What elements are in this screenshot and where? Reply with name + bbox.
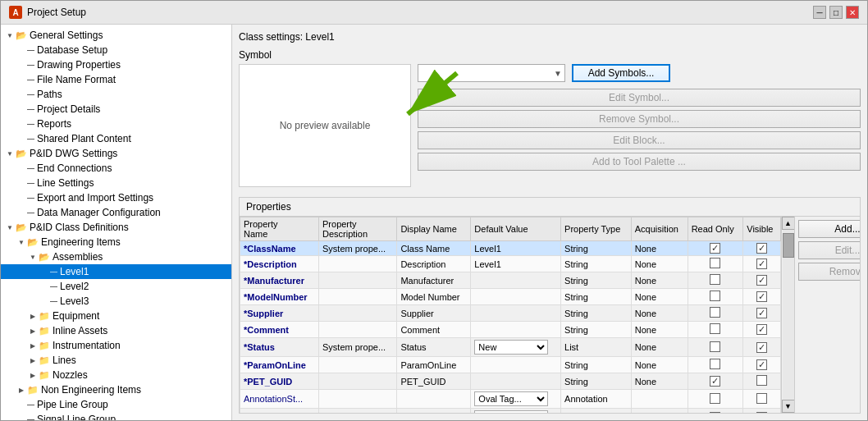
remove-symbol-button[interactable]: Remove Symbol...	[418, 110, 861, 128]
tree-item-equipment[interactable]: ▶📁Equipment	[1, 309, 231, 323]
tree-item-instrumentation[interactable]: ▶📁Instrumentation	[1, 338, 231, 353]
table-row[interactable]: *DescriptionDescriptionLevel1StringNone	[240, 256, 781, 272]
read-only-checkbox[interactable]	[710, 341, 720, 352]
cell-visible[interactable]	[743, 390, 781, 409]
tree-item-pid-class-definitions[interactable]: ▼📂P&ID Class Definitions	[1, 220, 231, 235]
edit-block-button[interactable]: Edit Block...	[418, 131, 861, 149]
read-only-checkbox[interactable]	[710, 393, 720, 404]
table-row[interactable]: *PET_GUIDPET_GUIDStringNone	[240, 373, 781, 390]
table-row[interactable]: *ManufacturerManufacturerStringNone	[240, 272, 781, 289]
table-row[interactable]: *ModelNumberModel NumberStringNone	[240, 289, 781, 305]
scroll-down-button[interactable]: ▼	[782, 400, 795, 413]
visible-checkbox[interactable]	[756, 412, 767, 414]
visible-checkbox[interactable]	[756, 324, 767, 335]
default-value-select[interactable]: True	[474, 410, 548, 413]
read-only-checkbox[interactable]	[710, 243, 720, 254]
tree-item-shared-plant-content[interactable]: —Shared Plant Content	[1, 131, 231, 146]
tree-item-project-details[interactable]: —Project Details	[1, 102, 231, 117]
cell-read-only[interactable]	[688, 322, 743, 338]
add-symbols-button[interactable]: Add Symbols...	[572, 64, 670, 82]
tree-item-engineering-items[interactable]: ▼📂Engineering Items	[1, 235, 231, 249]
tree-item-pipe-line-group[interactable]: —Pipe Line Group	[1, 397, 231, 412]
read-only-checkbox[interactable]	[710, 274, 720, 285]
read-only-checkbox[interactable]	[710, 323, 720, 334]
cell-read-only[interactable]	[688, 373, 743, 390]
read-only-checkbox[interactable]	[710, 291, 720, 301]
table-row[interactable]: AnnotationSt...Oval Tag...Annotation	[240, 390, 781, 409]
minimize-button[interactable]: ─	[813, 6, 826, 19]
cell-read-only[interactable]	[688, 241, 743, 256]
cell-read-only[interactable]	[688, 409, 743, 414]
visible-checkbox[interactable]	[756, 375, 767, 386]
default-value-select[interactable]: Oval Tag...	[474, 391, 548, 406]
table-row[interactable]: *CommentCommentStringNone	[240, 322, 781, 338]
cell-read-only[interactable]	[688, 338, 743, 357]
tree-item-pid-dwg-settings[interactable]: ▼📂P&ID DWG Settings	[1, 146, 231, 161]
read-only-checkbox[interactable]	[710, 258, 720, 268]
close-button[interactable]: ✕	[846, 6, 859, 19]
add-to-tool-palette-button[interactable]: Add to Tool Palette ...	[418, 153, 861, 171]
cell-visible[interactable]	[743, 322, 781, 338]
tree-item-inline-assets[interactable]: ▶📁Inline Assets	[1, 323, 231, 338]
visible-checkbox[interactable]	[756, 308, 767, 318]
tree-item-reports[interactable]: —Reports	[1, 117, 231, 131]
edit-property-button[interactable]: Edit...	[798, 241, 860, 259]
visible-checkbox[interactable]	[756, 359, 767, 370]
tree-item-assemblies[interactable]: ▼📂Assemblies	[1, 249, 231, 264]
scroll-thumb[interactable]	[783, 233, 794, 258]
visible-checkbox[interactable]	[756, 393, 767, 404]
visible-checkbox[interactable]	[756, 243, 767, 254]
table-row[interactable]: *ClassNameSystem prope...Class NameLevel…	[240, 241, 781, 256]
symbol-dropdown[interactable]	[418, 64, 565, 82]
tree-item-non-engineering-items[interactable]: ▶📁Non Engineering Items	[1, 382, 231, 397]
tree-item-paths[interactable]: —Paths	[1, 87, 231, 102]
read-only-checkbox[interactable]	[710, 376, 720, 387]
read-only-checkbox[interactable]	[710, 412, 720, 414]
cell-visible[interactable]	[743, 272, 781, 289]
read-only-checkbox[interactable]	[710, 359, 720, 369]
cell-default-value[interactable]: New	[471, 338, 561, 357]
cell-visible[interactable]	[743, 338, 781, 357]
tree-item-general-settings[interactable]: ▼📂General Settings	[1, 28, 231, 43]
tree-item-drawing-properties[interactable]: —Drawing Properties	[1, 57, 231, 72]
cell-visible[interactable]	[743, 289, 781, 305]
read-only-checkbox[interactable]	[710, 307, 720, 318]
scroll-track[interactable]	[783, 230, 794, 400]
cell-default-value[interactable]: Oval Tag...	[471, 390, 561, 409]
table-row[interactable]: *ParamOnLineParamOnLineStringNone	[240, 357, 781, 373]
add-property-button[interactable]: Add...	[798, 220, 860, 238]
tree-item-export-import-settings[interactable]: —Export and Import Settings	[1, 190, 231, 205]
table-row[interactable]: SubstitutionTrueBoolean	[240, 409, 781, 414]
cell-visible[interactable]	[743, 241, 781, 256]
tree-item-signal-line-group[interactable]: —Signal Line Group	[1, 412, 231, 420]
tree-item-lines[interactable]: ▶📁Lines	[1, 353, 231, 368]
scroll-up-button[interactable]: ▲	[782, 217, 795, 230]
table-row[interactable]: *StatusSystem prope...StatusNewListNone	[240, 338, 781, 357]
table-row[interactable]: *SupplierSupplierStringNone	[240, 305, 781, 322]
cell-visible[interactable]	[743, 373, 781, 390]
tree-item-nozzles[interactable]: ▶📁Nozzles	[1, 368, 231, 382]
cell-read-only[interactable]	[688, 256, 743, 272]
cell-visible[interactable]	[743, 357, 781, 373]
cell-visible[interactable]	[743, 305, 781, 322]
remove-property-button[interactable]: Remove	[798, 263, 860, 281]
tree-item-level2[interactable]: —Level2	[1, 279, 231, 294]
tree-item-end-connections[interactable]: —End Connections	[1, 161, 231, 176]
tree-item-data-manager-config[interactable]: —Data Manager Configuration	[1, 205, 231, 220]
cell-read-only[interactable]	[688, 272, 743, 289]
visible-checkbox[interactable]	[756, 291, 767, 302]
visible-checkbox[interactable]	[756, 275, 767, 286]
default-value-select[interactable]: New	[474, 340, 548, 355]
cell-read-only[interactable]	[688, 305, 743, 322]
visible-checkbox[interactable]	[756, 342, 767, 353]
edit-symbol-button[interactable]: Edit Symbol...	[418, 89, 861, 107]
tree-item-line-settings[interactable]: —Line Settings	[1, 176, 231, 190]
tree-item-database-setup[interactable]: —Database Setup	[1, 43, 231, 57]
maximize-button[interactable]: □	[829, 6, 843, 19]
cell-read-only[interactable]	[688, 390, 743, 409]
cell-read-only[interactable]	[688, 289, 743, 305]
tree-item-level1[interactable]: —Level1	[1, 264, 231, 279]
tree-item-level3[interactable]: —Level3	[1, 294, 231, 309]
scrollbar[interactable]: ▲ ▼	[781, 217, 794, 413]
cell-visible[interactable]	[743, 256, 781, 272]
